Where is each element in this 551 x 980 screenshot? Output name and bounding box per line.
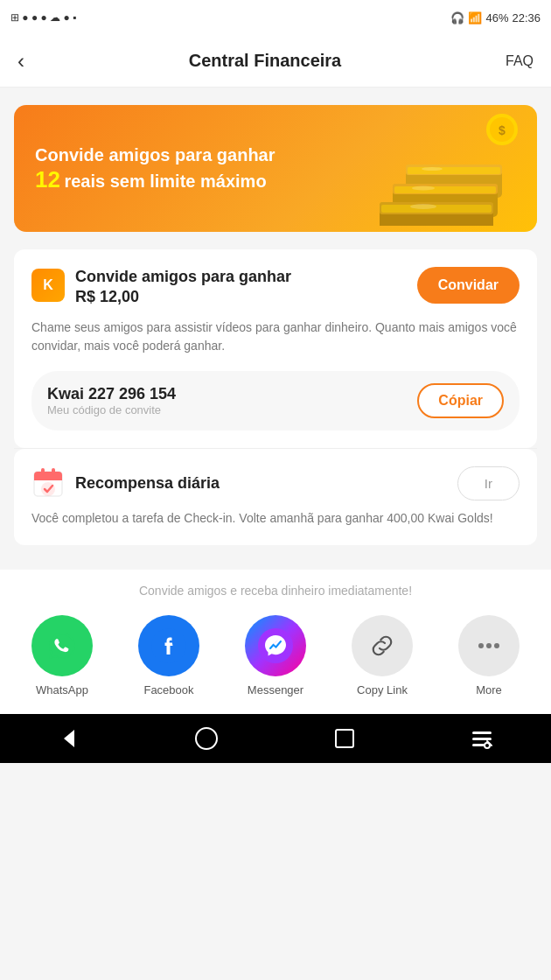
svg-point-13 (412, 186, 435, 190)
more-label: More (476, 683, 502, 696)
svg-rect-8 (394, 186, 496, 193)
status-bar-left: ⊞ ● ● ● ☁ ● ▪ (10, 11, 76, 24)
banner-image: $ (345, 105, 537, 232)
invite-code-box: Kwai 227 296 154 Meu código de convite C… (31, 371, 520, 430)
reward-section: Recompensa diária Ir Você completou a ta… (14, 449, 537, 545)
battery-text: 46% (485, 11, 508, 24)
time-display: 22:36 (512, 11, 541, 24)
promo-banner: Convide amigos para ganhar 12 reais sem … (14, 105, 537, 232)
share-area: Convide amigos e receba dinheiro imediat… (0, 570, 551, 714)
share-copy-link[interactable]: Copy Link (347, 615, 417, 696)
whatsapp-icon-circle (31, 615, 93, 676)
code-box-left: Kwai 227 296 154 Meu código de convite (47, 385, 176, 416)
invite-header: K Convide amigos para ganhar R$ 12,00 Co… (31, 267, 520, 308)
share-messenger[interactable]: Messenger (241, 615, 310, 696)
svg-rect-30 (472, 738, 492, 740)
ir-button[interactable]: Ir (457, 466, 520, 500)
invite-title-block: Convide amigos para ganhar R$ 12,00 (75, 267, 291, 308)
status-icons: ⊞ ● ● ● ☁ ● ▪ (10, 11, 76, 24)
svg-rect-19 (52, 468, 55, 475)
invite-code-placeholder: Meu código de convite (47, 403, 176, 416)
apps-nav-button[interactable] (470, 726, 494, 751)
reward-header: Recompensa diária Ir (31, 466, 520, 500)
svg-point-32 (485, 743, 490, 748)
share-label: Convide amigos e receba dinheiro imediat… (0, 584, 551, 598)
svg-point-23 (478, 643, 484, 648)
share-facebook[interactable]: Facebook (134, 615, 204, 696)
share-whatsapp[interactable]: WhatsApp (27, 615, 97, 696)
share-more[interactable]: More (454, 615, 524, 696)
invite-card: K Convide amigos para ganhar R$ 12,00 Co… (14, 249, 537, 448)
convidar-button[interactable]: Convidar (417, 267, 520, 304)
svg-rect-18 (41, 468, 45, 475)
copy-link-icon-circle (352, 615, 413, 676)
whatsapp-label: WhatsApp (36, 683, 88, 696)
home-nav-button[interactable] (194, 726, 219, 751)
messenger-label: Messenger (248, 683, 303, 696)
invite-title-line1: Convide amigos para ganhar (75, 267, 291, 287)
header: ‹ Central Financeira FAQ (0, 35, 551, 88)
banner-line1: Convide amigos para ganhar (35, 144, 276, 166)
svg-point-24 (486, 643, 492, 648)
overview-nav-icon (332, 726, 357, 751)
svg-rect-17 (34, 477, 62, 480)
gold-bars-svg: $ (353, 112, 528, 226)
svg-rect-5 (408, 167, 500, 174)
svg-text:$: $ (499, 123, 506, 137)
banner-highlight: 12 (35, 166, 60, 192)
main-content: Convide amigos para ganhar 12 reais sem … (0, 105, 551, 714)
kwai-icon: K (31, 269, 65, 302)
svg-point-14 (422, 167, 443, 171)
svg-point-27 (196, 728, 217, 749)
banner-text: Convide amigos para ganhar 12 reais sem … (14, 126, 296, 211)
headphone-icon: 🎧 (450, 11, 464, 24)
svg-rect-31 (472, 744, 485, 746)
invite-description: Chame seus amigos para assistir vídeos p… (31, 318, 520, 355)
bottom-nav (0, 714, 551, 763)
reward-title: Recompensa diária (75, 474, 220, 493)
copy-code-button[interactable]: Cópiar (417, 383, 504, 418)
invite-code-value: Kwai 227 296 154 (47, 385, 176, 403)
share-icons: WhatsApp Facebook (0, 615, 551, 696)
svg-rect-29 (472, 732, 492, 734)
back-nav-icon (57, 726, 81, 751)
faq-button[interactable]: FAQ (506, 53, 534, 69)
banner-line2: reais sem limite máximo (64, 172, 266, 191)
reward-description: Você completou a tarefa de Check-in. Vol… (31, 509, 520, 528)
facebook-label: Facebook (143, 683, 193, 696)
back-nav-button[interactable] (57, 726, 81, 751)
messenger-icon-circle (245, 615, 306, 676)
page-title: Central Financeira (189, 51, 342, 71)
wifi-icon: 📶 (468, 11, 482, 24)
svg-rect-28 (336, 730, 353, 747)
reward-header-left: Recompensa diária (31, 466, 220, 500)
invite-header-left: K Convide amigos para ganhar R$ 12,00 (31, 267, 417, 308)
svg-marker-26 (64, 730, 74, 747)
svg-point-25 (494, 643, 499, 648)
apps-nav-icon (470, 726, 494, 751)
invite-title-line2: R$ 12,00 (75, 287, 291, 307)
svg-rect-11 (381, 205, 492, 213)
more-icon-circle (458, 615, 520, 676)
calendar-icon (31, 466, 65, 500)
svg-point-12 (410, 204, 436, 209)
back-button[interactable]: ‹ (17, 49, 24, 74)
overview-nav-button[interactable] (332, 726, 357, 751)
copy-link-label: Copy Link (357, 683, 408, 696)
status-bar: ⊞ ● ● ● ☁ ● ▪ 🎧 📶 46% 22:36 (0, 0, 551, 35)
facebook-icon-circle (138, 615, 199, 676)
status-bar-right: 🎧 📶 46% 22:36 (450, 11, 541, 24)
home-nav-icon (194, 726, 219, 751)
